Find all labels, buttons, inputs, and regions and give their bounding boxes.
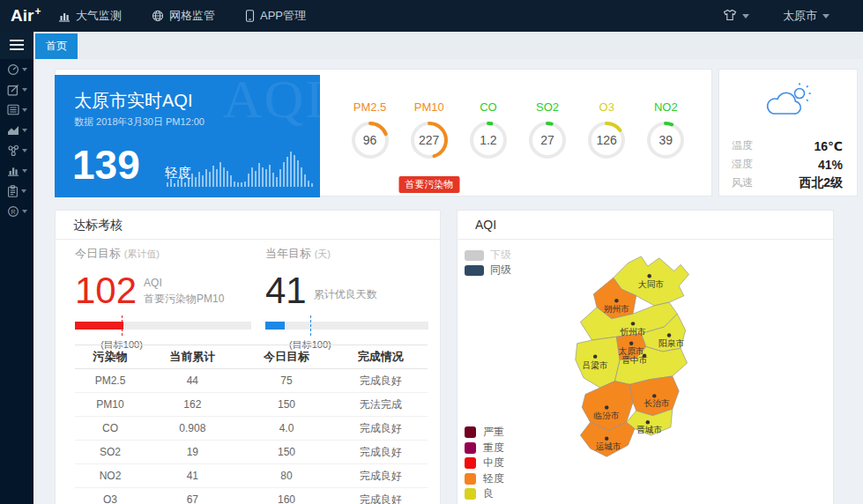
sparkline-bar [212, 166, 214, 187]
legend-label: 下级 [490, 248, 511, 263]
gauge-value: 96 [350, 120, 391, 160]
app-logo-plus: + [34, 5, 41, 18]
gauge-pm10: PM10227首要污染物 [401, 100, 458, 160]
today-goal-desc: AQI 首要污染物PM10 [144, 276, 224, 308]
sidebar-item-relations[interactable] [0, 140, 33, 160]
area-chart-icon [7, 124, 19, 136]
gauge-ring: 39 [645, 120, 686, 160]
goal-desc-line: AQI [144, 277, 162, 289]
chevron-down-icon [21, 189, 26, 193]
shirt-icon [723, 9, 737, 24]
aqi-map-panel: AQI 下级 同级 严重重度中度轻度良优 大同市 [457, 210, 834, 504]
sparkline-bar [209, 172, 211, 187]
gauge-so2: SO227 [519, 100, 576, 160]
sparkline-bar [181, 175, 182, 187]
shanxi-province-map: 大同市 朔州市 忻州市 吕梁市 太原市 阳泉市 晋中市 临汾市 长治市 晋城市 … [549, 253, 730, 500]
city-dot [652, 394, 656, 397]
sidebar-item-registered[interactable]: R [0, 201, 33, 221]
sparkline-bar [202, 175, 204, 187]
table-row: SO219150完成良好 [75, 441, 428, 464]
edit-icon [7, 84, 19, 96]
sparkline-bar [311, 183, 313, 187]
weather-detail-list: 温度 16℃ 湿度 41% 风速 西北2级 [732, 137, 843, 192]
weather-value: 16℃ [814, 139, 843, 153]
bar-chart-icon [58, 11, 71, 22]
sidebar-item-dashboard[interactable] [0, 59, 33, 79]
app-logo: Air+ [0, 5, 46, 26]
theme-switcher[interactable] [723, 9, 749, 24]
aqi-legend-item[interactable]: 中度 [465, 456, 504, 471]
sparkline-bar [188, 178, 190, 187]
sparkline-bar [297, 160, 299, 187]
aqi-legend-item[interactable]: 轻度 [465, 471, 504, 487]
gauge-pm25: PM2.596 [342, 100, 398, 160]
sidebar-item-report[interactable] [0, 181, 33, 201]
weather-value: 西北2级 [799, 175, 843, 191]
legend-label: 中度 [483, 456, 504, 471]
gauge-value: 227 [409, 120, 450, 160]
legend-swatch [465, 250, 484, 261]
table-cell: O3 [75, 488, 145, 504]
aqi-legend-item[interactable]: 严重 [465, 425, 504, 441]
table-header-cell: 当前累计 [145, 345, 240, 369]
sparkline-bar [227, 171, 228, 187]
top-navbar: Air+ 大气监测 网格监管 APP管理 [0, 0, 863, 32]
tab-home[interactable]: 首页 [35, 33, 78, 59]
menu-item-app-manage[interactable]: APP管理 [245, 8, 306, 24]
aqi-legend-item[interactable]: 良 [465, 486, 504, 502]
gauge-label: O3 [578, 100, 635, 114]
sparkline-bar [269, 165, 271, 187]
gauge-ring: 126 [586, 120, 627, 160]
city-label-shuozhou: 朔州市 [604, 304, 630, 314]
sparkline-bar [251, 167, 253, 187]
menu-item-label: APP管理 [260, 8, 306, 24]
table-cell: 完成良好 [333, 417, 428, 441]
menu-item-grid-supervision[interactable]: 网格监管 [152, 8, 215, 24]
legend-item-subordinate[interactable]: 下级 [465, 248, 511, 263]
sidebar-item-statistics[interactable] [0, 160, 33, 181]
table-cell: NO2 [75, 464, 145, 488]
year-goal: 当年目标 (天) 41 累计优良天数 (目标100) [265, 246, 428, 349]
city-label-linfen: 临汾市 [594, 411, 621, 420]
sparkline-bar [272, 173, 274, 187]
aqi-watermark: AQI [223, 75, 320, 130]
legend-item-same-level[interactable]: 同级 [465, 263, 511, 278]
city-dot [631, 322, 635, 325]
aqi-legend-item[interactable]: 重度 [465, 441, 504, 456]
table-row: NO24180完成良好 [75, 464, 428, 488]
menu-toggle-icon [10, 38, 24, 54]
sparkline-bar [262, 167, 264, 187]
sidebar-item-area-chart[interactable] [0, 120, 33, 140]
tab-bar: 首页 [33, 32, 863, 59]
sparkline-bar [279, 169, 281, 187]
table-cell: PM2.5 [75, 369, 145, 393]
goal-desc-line: 首要污染物PM10 [144, 293, 224, 305]
sidebar-item-edit[interactable] [0, 79, 33, 100]
sidebar-collapse-button[interactable] [0, 32, 33, 59]
city-dot [667, 333, 671, 337]
bar-chart-icon [7, 165, 19, 176]
sparkline-bar [170, 179, 172, 187]
sparkline-bar [308, 181, 309, 187]
registered-icon: R [7, 205, 19, 218]
sparkline-bar [205, 169, 207, 187]
svg-text:R: R [11, 208, 15, 214]
gauge-value: 126 [586, 120, 627, 160]
pollutant-gauges: PM2.596PM10227首要污染物CO1.2SO227O3126NO239 [324, 70, 711, 196]
sparkline-bar [283, 162, 285, 187]
legend-swatch [465, 426, 476, 438]
chevron-down-icon [22, 210, 27, 213]
sparkline-bar [191, 174, 193, 187]
city-selector[interactable]: 太原市 [783, 8, 830, 24]
table-cell: 0.908 [145, 417, 240, 441]
menu-item-label: 大气监测 [76, 8, 122, 24]
table-cell: 完成良好 [333, 441, 428, 464]
sidebar-item-list[interactable] [0, 100, 33, 120]
sparkline-bar [255, 171, 257, 187]
city-dot [646, 420, 650, 424]
app-logo-text: Air [11, 7, 33, 26]
menu-item-air-monitor[interactable]: 大气监测 [58, 8, 122, 24]
mobile-icon [245, 10, 255, 22]
sparkline-bar [304, 174, 306, 187]
chevron-down-icon [22, 88, 27, 92]
